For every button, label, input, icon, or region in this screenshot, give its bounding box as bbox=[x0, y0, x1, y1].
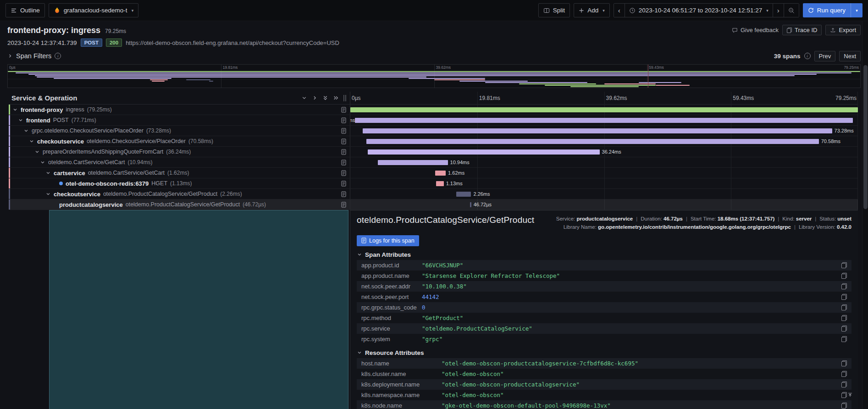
span-row[interactable]: otel-demo-obscon-redis:6379HGET(1.13ms)1… bbox=[9, 178, 858, 189]
span-bar[interactable] bbox=[435, 171, 446, 176]
chevron-down-icon[interactable] bbox=[45, 191, 51, 197]
datasource-picker[interactable]: grafanacloud-sedemo-t ▾ bbox=[49, 3, 138, 17]
chevron-down-icon[interactable] bbox=[29, 138, 34, 144]
span-bar-cell[interactable]: 2.26ms bbox=[350, 189, 858, 199]
chevron-down-icon[interactable] bbox=[45, 170, 51, 176]
span-name-cell[interactable]: frontend-proxyingress(79.25ms) bbox=[9, 105, 350, 115]
chevron-down-icon[interactable] bbox=[40, 160, 45, 165]
span-bar[interactable] bbox=[368, 149, 600, 155]
copy-icon[interactable] bbox=[841, 392, 847, 398]
span-detail-icon[interactable] bbox=[341, 149, 346, 155]
span-bar-cell[interactable]: 70.58ms bbox=[350, 136, 858, 146]
span-bar[interactable] bbox=[436, 181, 444, 186]
span-name-cell[interactable]: grpc.oteldemo.CheckoutService/PlaceOrder… bbox=[9, 126, 350, 136]
copy-icon[interactable] bbox=[841, 336, 847, 342]
span-bar[interactable] bbox=[355, 118, 853, 123]
span-detail-icon[interactable] bbox=[341, 170, 346, 176]
chevron-right-icon[interactable] bbox=[7, 53, 13, 59]
expand-all-icon[interactable] bbox=[333, 95, 339, 101]
span-row[interactable]: oteldemo.CartService/GetCart(10.94ms)10.… bbox=[9, 157, 858, 168]
span-bar-cell[interactable]: 73.28ms bbox=[350, 126, 858, 136]
chevron-down-icon[interactable] bbox=[12, 107, 18, 112]
span-bar[interactable] bbox=[350, 107, 858, 112]
chevron-down-icon[interactable] bbox=[34, 149, 40, 155]
copy-icon[interactable] bbox=[841, 371, 847, 377]
span-bar-cell[interactable]: 10.94ms bbox=[350, 157, 858, 167]
span-name-cell[interactable]: productcatalogserviceoteldemo.ProductCat… bbox=[9, 199, 350, 210]
copy-icon[interactable] bbox=[841, 273, 847, 279]
span-bar-cell[interactable]: 77.71ms bbox=[350, 115, 858, 125]
scrollbar-thumb[interactable] bbox=[863, 65, 868, 209]
span-name-cell[interactable]: oteldemo.CartService/GetCart(10.94ms) bbox=[9, 157, 350, 167]
column-resize-handle[interactable] bbox=[343, 95, 346, 101]
span-bar-cell[interactable]: 1.62ms bbox=[350, 168, 858, 178]
trace-minimap[interactable]: 0µs19.81ms39.62ms59.43ms79.25ms bbox=[7, 64, 861, 88]
zoom-out-button[interactable] bbox=[784, 4, 799, 17]
span-row[interactable]: grpc.oteldemo.CheckoutService/PlaceOrder… bbox=[9, 126, 858, 136]
span-bar[interactable] bbox=[470, 202, 471, 207]
span-detail-icon[interactable] bbox=[341, 138, 346, 144]
span-row[interactable]: frontend-proxyingress(79.25ms) bbox=[9, 105, 858, 115]
span-bar[interactable] bbox=[378, 160, 448, 165]
span-name-cell[interactable]: cartserviceoteldemo.CartService/GetCart(… bbox=[9, 168, 350, 178]
span-detail-icon[interactable] bbox=[341, 181, 346, 187]
span-bar-cell[interactable]: 1.13ms bbox=[350, 178, 858, 188]
copy-icon[interactable] bbox=[841, 381, 847, 387]
add-button[interactable]: Add ▾ bbox=[574, 3, 610, 17]
span-detail-icon[interactable] bbox=[341, 160, 346, 166]
collapse-one-icon[interactable] bbox=[301, 95, 307, 101]
span-row[interactable]: productcatalogserviceoteldemo.ProductCat… bbox=[9, 199, 858, 210]
resource-attributes-header[interactable]: Resource Attributes bbox=[357, 349, 851, 356]
copy-icon[interactable] bbox=[841, 360, 847, 366]
logs-for-span-button[interactable]: Logs for this span bbox=[357, 235, 419, 246]
copy-icon[interactable] bbox=[841, 326, 847, 332]
span-name-cell[interactable]: otel-demo-obscon-redis:6379HGET(1.13ms) bbox=[9, 178, 350, 188]
span-detail-icon[interactable] bbox=[341, 202, 346, 208]
time-range-button[interactable]: 2023-10-24 06:51:27 to 2023-10-24 12:51:… bbox=[625, 4, 773, 17]
scroll-to-top-button[interactable] bbox=[847, 392, 853, 398]
span-bar[interactable] bbox=[363, 128, 832, 133]
span-attributes-header[interactable]: Span Attributes bbox=[357, 251, 851, 258]
copy-icon[interactable] bbox=[841, 262, 847, 268]
run-query-dropdown-button[interactable]: ▾ bbox=[851, 3, 862, 17]
span-row[interactable]: cartserviceoteldemo.CartService/GetCart(… bbox=[9, 168, 858, 178]
run-query-button[interactable]: Run query bbox=[803, 3, 851, 17]
vertical-scrollbar[interactable] bbox=[862, 21, 868, 409]
span-row[interactable]: prepareOrderItemsAndShippingQuoteFromCar… bbox=[9, 147, 858, 157]
span-bar-cell[interactable]: 46.72µs bbox=[350, 199, 858, 210]
copy-icon[interactable] bbox=[841, 304, 847, 310]
outline-button[interactable]: Outline bbox=[6, 3, 45, 17]
copy-icon[interactable] bbox=[841, 283, 847, 289]
span-bar-cell[interactable]: 36.24ms bbox=[350, 147, 858, 157]
prev-span-button[interactable]: Prev bbox=[814, 51, 836, 61]
export-button[interactable]: Export bbox=[825, 25, 861, 35]
span-bar[interactable] bbox=[456, 192, 471, 197]
span-detail-icon[interactable] bbox=[341, 128, 346, 134]
span-detail-icon[interactable] bbox=[341, 191, 346, 197]
span-filters-label[interactable]: Span Filters bbox=[16, 52, 51, 60]
time-shift-back-button[interactable]: ‹ bbox=[614, 4, 625, 17]
span-detail-icon[interactable] bbox=[341, 117, 346, 123]
expand-one-icon[interactable] bbox=[312, 95, 318, 101]
span-row[interactable]: frontendPOST(77.71ms)77.71ms bbox=[9, 115, 858, 126]
collapse-all-icon[interactable] bbox=[322, 95, 328, 101]
span-row[interactable]: checkoutserviceoteldemo.CheckoutService/… bbox=[9, 136, 858, 147]
copy-icon[interactable] bbox=[841, 294, 847, 300]
span-bar-cell[interactable] bbox=[350, 105, 858, 115]
span-bar[interactable] bbox=[366, 139, 818, 144]
chevron-down-icon[interactable] bbox=[18, 117, 23, 123]
copy-icon[interactable] bbox=[841, 315, 847, 321]
span-name-cell[interactable]: prepareOrderItemsAndShippingQuoteFromCar… bbox=[9, 147, 350, 157]
span-name-cell[interactable]: checkoutserviceoteldemo.ProductCatalogSe… bbox=[9, 189, 350, 199]
copy-icon[interactable] bbox=[841, 403, 847, 409]
span-name-cell[interactable]: frontendPOST(77.71ms) bbox=[9, 115, 350, 125]
chevron-down-icon[interactable] bbox=[23, 128, 29, 133]
time-shift-forward-button[interactable]: › bbox=[773, 4, 784, 17]
trace-id-button[interactable]: Trace ID bbox=[782, 25, 822, 35]
span-row[interactable]: checkoutserviceoteldemo.ProductCatalogSe… bbox=[9, 189, 858, 199]
span-name-cell[interactable]: checkoutserviceoteldemo.CheckoutService/… bbox=[9, 136, 350, 146]
next-span-button[interactable]: Next bbox=[839, 51, 861, 61]
split-button[interactable]: Split bbox=[538, 3, 570, 17]
give-feedback-button[interactable]: Give feedback bbox=[732, 27, 779, 33]
span-detail-icon[interactable] bbox=[341, 107, 346, 113]
